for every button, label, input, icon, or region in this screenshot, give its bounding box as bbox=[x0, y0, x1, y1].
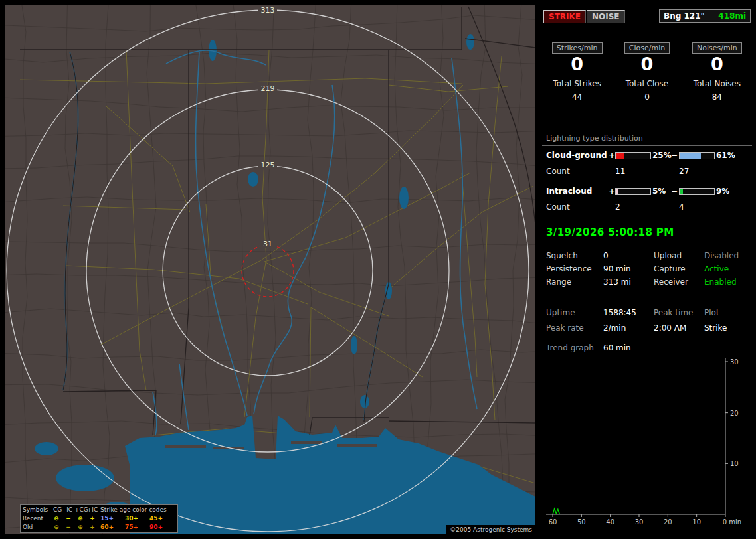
total-strikes-label: Total Strikes bbox=[542, 79, 612, 88]
receiver-status: Enabled bbox=[704, 277, 737, 287]
uptime-row: Uptime 1588:45 Peak time Plot bbox=[542, 308, 752, 319]
copyright-label: ©2005 Astrogenic Systems bbox=[446, 525, 535, 534]
peak-rate-value: 2/min bbox=[603, 323, 626, 333]
legend-col-neg-cg: -CG bbox=[50, 506, 62, 514]
uptime-label: Uptime bbox=[546, 308, 575, 317]
legend-col-pos-ic: +IC bbox=[86, 506, 98, 514]
legend-recent-label: Recent bbox=[23, 514, 50, 523]
svg-text:40: 40 bbox=[606, 518, 614, 526]
squelch-value: 0 bbox=[603, 251, 609, 260]
map-panel[interactable]: 313 219 125 31 Symbols -CG -IC +CG +IC S… bbox=[5, 5, 535, 534]
cg-negative-count: 27 bbox=[679, 167, 689, 176]
svg-text:0 min: 0 min bbox=[723, 518, 741, 526]
age-90: 90+ bbox=[147, 523, 172, 532]
strike-button[interactable]: STRIKE bbox=[543, 10, 586, 23]
ic-positive-count: 2 bbox=[615, 202, 620, 212]
minus-sign: − bbox=[671, 187, 678, 196]
trend-window-value: 60 min bbox=[603, 343, 631, 352]
pos-ic-symbol-old-icon: + bbox=[86, 523, 98, 532]
close-per-min-value: 0 bbox=[612, 54, 682, 74]
age-30: 30+ bbox=[123, 514, 147, 523]
capture-status: Active bbox=[704, 264, 729, 273]
close-per-min-column: Close/min 0 Total Close 0 bbox=[612, 40, 682, 102]
plus-sign: + bbox=[609, 187, 615, 196]
persistence-row: Persistence 90 min Capture Active bbox=[542, 264, 752, 275]
ic-count-row: Count 2 4 bbox=[542, 202, 752, 212]
ic-negative-bar bbox=[679, 188, 715, 195]
total-close-value: 0 bbox=[612, 92, 682, 102]
age-codes-header: Strike age color codes bbox=[98, 506, 175, 514]
cg-negative-bar bbox=[679, 152, 715, 159]
age-15: 15+ bbox=[98, 514, 123, 523]
plus-sign: + bbox=[609, 151, 615, 160]
ic-positive-bar-fill bbox=[616, 189, 618, 194]
svg-text:20: 20 bbox=[730, 410, 739, 417]
legend-symbols-header: Symbols bbox=[23, 506, 50, 514]
squelch-row: Squelch 0 Upload Disabled bbox=[542, 251, 752, 262]
ic-negative-bar-fill bbox=[680, 189, 683, 194]
range-label: Range bbox=[546, 277, 571, 287]
ic-negative-count: 4 bbox=[679, 202, 684, 212]
legend-recent-row: Recent ⊖ − ⊕ + 15+ 30+ 45+ bbox=[23, 514, 175, 523]
uptime-value: 1588:45 bbox=[603, 308, 636, 317]
app-window: 313 219 125 31 Symbols -CG -IC +CG +IC S… bbox=[0, 0, 756, 539]
bearing-range: 418mi bbox=[718, 11, 746, 21]
svg-text:60: 60 bbox=[549, 518, 557, 526]
neg-cg-symbol-icon: ⊖ bbox=[50, 514, 62, 523]
peak-rate-label: Peak rate bbox=[546, 323, 584, 333]
intracloud-label: Intracloud bbox=[546, 187, 592, 196]
legend-col-pos-cg: +CG bbox=[74, 506, 86, 514]
peak-rate-row: Peak rate 2/min 2:00 AM Strike bbox=[542, 323, 752, 334]
noises-per-min-column: Noises/min 0 Total Noises 84 bbox=[682, 40, 752, 102]
cg-negative-bar-fill bbox=[680, 153, 701, 159]
total-close-label: Total Close bbox=[612, 79, 682, 88]
svg-text:20: 20 bbox=[664, 518, 672, 526]
noise-button[interactable]: NOISE bbox=[587, 10, 625, 23]
trend-chart: 1020306050403020100 min bbox=[542, 352, 752, 534]
peak-time-value: 2:00 AM bbox=[654, 323, 686, 333]
upload-status: Disabled bbox=[704, 251, 739, 260]
divider bbox=[542, 222, 752, 222]
neg-ic-symbol-old-icon: − bbox=[62, 523, 74, 532]
divider bbox=[542, 301, 752, 301]
strikes-per-min-column: Strikes/min 0 Total Strikes 44 bbox=[542, 40, 612, 102]
ring-label-125: 125 bbox=[261, 161, 275, 169]
divider bbox=[542, 244, 752, 244]
trend-graph-label: Trend graph bbox=[546, 343, 594, 352]
svg-text:50: 50 bbox=[577, 518, 586, 526]
range-value: 313 mi bbox=[603, 277, 631, 287]
count-label: Count bbox=[546, 167, 570, 176]
divider bbox=[542, 127, 752, 127]
cg-positive-count: 11 bbox=[615, 167, 625, 176]
plot-value: Strike bbox=[704, 323, 727, 333]
pos-ic-symbol-icon: + bbox=[86, 514, 98, 523]
squelch-label: Squelch bbox=[546, 251, 578, 260]
age-75: 75+ bbox=[123, 523, 147, 532]
map-legend: Symbols -CG -IC +CG +IC Strike age color… bbox=[20, 504, 178, 533]
capture-label: Capture bbox=[654, 264, 686, 273]
pos-cg-symbol-old-icon: ⊕ bbox=[74, 523, 86, 532]
total-strikes-value: 44 bbox=[542, 92, 612, 102]
svg-text:10: 10 bbox=[730, 460, 739, 467]
count-label: Count bbox=[546, 202, 570, 212]
pos-cg-symbol-icon: ⊕ bbox=[74, 514, 86, 523]
svg-text:30: 30 bbox=[730, 358, 739, 366]
cg-positive-bar bbox=[615, 152, 651, 159]
bearing-value: Bng 121° bbox=[664, 11, 705, 21]
legend-header-row: Symbols -CG -IC +CG +IC Strike age color… bbox=[23, 506, 175, 514]
minus-sign: − bbox=[671, 151, 678, 160]
strikes-per-min-value: 0 bbox=[542, 54, 612, 74]
persistence-value: 90 min bbox=[603, 264, 631, 273]
noises-per-min-value: 0 bbox=[682, 54, 752, 74]
neg-ic-symbol-icon: − bbox=[62, 514, 74, 523]
strikes-per-min-label: Strikes/min bbox=[552, 42, 603, 54]
bearing-display: Bng 121° 418mi bbox=[659, 9, 751, 23]
storm-map[interactable]: 313 219 125 31 bbox=[5, 5, 535, 534]
cg-positive-bar-fill bbox=[616, 153, 624, 159]
close-per-min-label: Close/min bbox=[624, 42, 670, 54]
intracloud-row: Intracloud + 5% − 9% bbox=[542, 187, 752, 196]
plot-label: Plot bbox=[704, 308, 719, 317]
legend-col-neg-ic: -IC bbox=[62, 506, 74, 514]
cg-negative-pct: 61% bbox=[716, 151, 735, 160]
ring-label-313: 313 bbox=[261, 6, 275, 15]
